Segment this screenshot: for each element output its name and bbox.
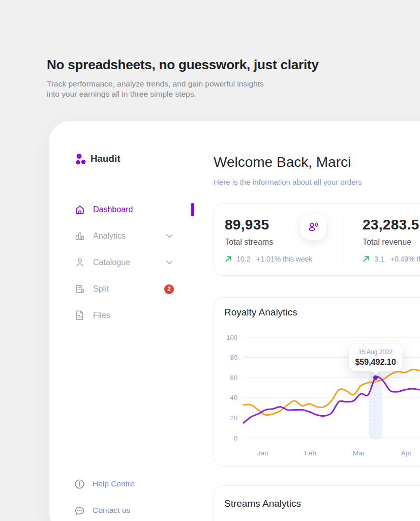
sidebar-item-help-centre[interactable]: Help Centre [49,471,192,497]
sidebar-item-label: Split [93,284,109,294]
stat-delta: 3.1 +0.49% this week [363,255,420,263]
sidebar-item-label: Files [93,311,110,320]
main-content: Welcome Back, Marci Here is the informat… [192,121,420,521]
x-tick-label: Mar [353,449,365,457]
user-voice-icon [301,214,326,240]
haudit-logo-icon [74,153,86,165]
file-icon [74,309,86,322]
highlight-dot [373,375,378,380]
sidebar-item-label: Analytics [93,231,126,241]
home-icon [74,204,86,216]
chat-bubble-icon [74,505,85,516]
sidebar-item-label: Contact us [93,506,130,515]
chart-tooltip: 15 Aug 2022 $59,492.10 [349,344,402,371]
tooltip-date: 15 Aug 2022 [352,349,399,356]
sidebar-item-analytics[interactable]: Analytics [49,223,192,249]
trend-up-icon [363,255,370,263]
stat-total-revenue: 23,283.5 Total revenue 3.1 +0.49% this w… [344,217,420,263]
y-tick-label: 20 [230,414,237,422]
sidebar-footer: Help Centre Contact us [49,471,192,521]
x-tick-label: Jan [257,449,268,457]
welcome-subtitle: Here is the information about all your o… [214,178,420,187]
sidebar-item-label: Help Centre [93,479,135,488]
stat-label: Total streams [225,238,344,247]
sidebar-item-files[interactable]: Files [49,302,192,329]
y-tick-label: 0 [234,435,237,442]
receipt-icon [74,283,86,295]
stat-label: Total revenue [363,238,420,247]
hero-section: No spreadsheets, no guesswork, just clar… [47,57,319,99]
stat-total-streams: 89,935 Total streams 10.2 +1.01% this we… [214,217,344,263]
active-indicator [191,203,194,216]
sidebar-item-split[interactable]: Split 2 [49,276,192,302]
bar-chart-icon [74,230,86,242]
tooltip-amount: $59,492.10 [352,358,399,367]
y-tick-label: 40 [230,394,237,401]
page: No spreadsheets, no guesswork, just clar… [0,0,420,521]
sidebar-item-label: Catalogue [93,258,130,267]
streams-analytics-title: Streams Analytics [224,498,420,510]
y-tick-label: 80 [230,354,237,361]
trend-up-icon [225,255,232,263]
page-subtitle: Track performance, analyze trends, and g… [47,79,319,99]
sidebar-nav: Dashboard Analytics Catalo [49,196,192,329]
page-title: No spreadsheets, no guesswork, just clar… [47,57,319,73]
streams-analytics-card: Streams Analytics [214,485,420,521]
help-circle-icon [74,478,85,489]
sidebar-item-dashboard[interactable]: Dashboard [49,196,192,223]
y-tick-label: 60 [230,374,237,382]
stat-value: 23,283.5 [363,217,420,233]
chevron-down-icon [166,234,172,238]
user-icon [74,256,86,269]
sidebar-item-label: Dashboard [93,205,133,214]
sidebar-item-catalogue[interactable]: Catalogue [49,249,192,276]
chevron-down-icon [166,260,172,265]
x-tick-label: Apr [401,449,412,457]
stat-delta: 10.2 +1.01% this week [225,255,344,263]
royalty-analytics-card: Royalty Analytics 020406080100JanFebMarA… [214,297,420,467]
welcome-title: Welcome Back, Marci [214,154,420,171]
royalty-chart[interactable]: 020406080100JanFebMarApr 15 Aug 2022 $59… [224,330,420,459]
notification-badge: 2 [164,284,174,294]
sidebar-item-contact-us[interactable]: Contact us [49,497,192,521]
dashboard-panel: Haudit Dashboard Analytics [49,121,420,521]
sidebar: Haudit Dashboard Analytics [49,121,192,521]
stats-card: 89,935 Total streams 10.2 +1.01% this we… [214,204,420,276]
royalty-analytics-title: Royalty Analytics [224,306,420,319]
brand-name: Haudit [91,153,121,164]
brand[interactable]: Haudit [49,152,192,165]
x-tick-label: Feb [305,449,316,457]
y-tick-label: 100 [226,334,237,341]
